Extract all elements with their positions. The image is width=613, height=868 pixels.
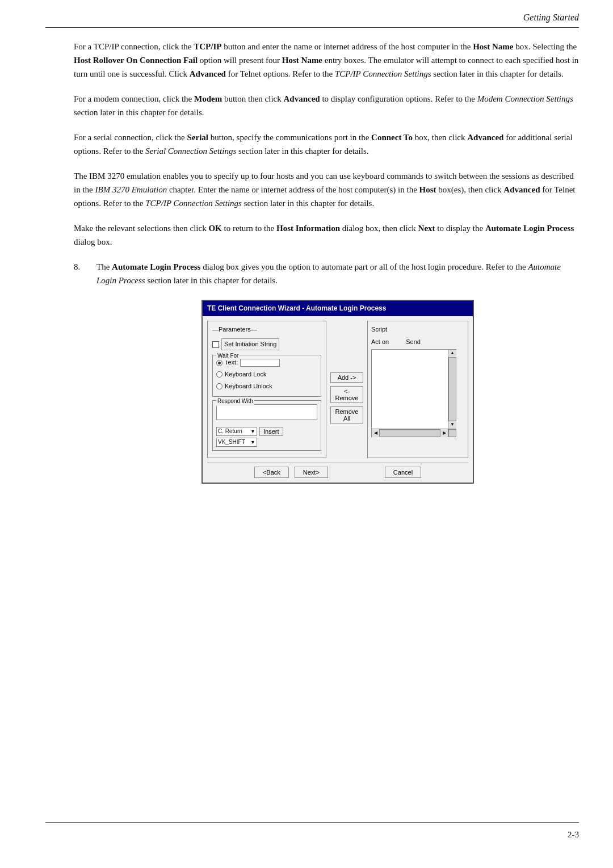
scroll-left-arrow[interactable]: ◀ [372,429,380,437]
wait-for-group: Wait For Text: [212,355,321,397]
respond-bottom-row: C. Return ▼ Insert [216,427,317,436]
dialog-wrapper: TE Client Connection Wizard - Automate L… [96,300,579,484]
text-radio[interactable] [216,360,222,366]
scroll-up-arrow[interactable]: ▲ [448,350,456,358]
header-rule [45,27,579,28]
dropdown-vk-shift[interactable]: VK_SHIFT ▼ [216,438,257,447]
respond-bottom-row2: VK_SHIFT ▼ [216,438,317,447]
dropdown1-arrow: ▼ [250,427,255,435]
remove-all-button[interactable]: Remove All [330,406,363,423]
dialog-footer-row: <Back Next> Cancel [207,463,468,478]
script-col2-label: Send [406,337,421,347]
back-button[interactable]: <Back [254,467,289,478]
insert-button[interactable]: Insert [259,427,283,436]
dropdown2-value: VK_SHIFT [218,438,245,447]
script-scrollbar-h[interactable]: ◀ ▶ [371,429,448,437]
page: Getting Started 2-3 For a TCP/IP connect… [0,0,613,868]
script-legend: Script [371,325,464,335]
keyboard-unlock-radio[interactable] [216,383,222,389]
dialog-body: —Parameters— Set Initiation String Wait … [203,316,473,483]
main-content: For a TCP/IP connection, click the TCP/I… [74,40,579,811]
set-init-checkbox[interactable] [212,341,219,348]
add-button[interactable]: Add -> [330,372,363,383]
respond-group: Respond With C. Return ▼ [212,400,321,451]
paragraph-4: The IBM 3270 emulation enables you to sp… [74,169,579,210]
keyboard-unlock-label: Keyboard Unlock [225,381,272,392]
list-number: 8. [74,260,96,484]
params-legend: —Parameters— [212,325,321,335]
next-button[interactable]: Next> [295,467,328,478]
script-scrollbar-v[interactable]: ▲ ▼ [448,349,456,429]
dialog-main-row: —Parameters— Set Initiation String Wait … [207,321,468,458]
paragraph-5: Make the relevant selections then click … [74,221,579,249]
paragraph-2: For a modem connection, click the Modem … [74,92,579,119]
respond-textarea[interactable] [216,404,317,420]
script-list-area[interactable] [371,349,448,429]
script-list-container: ▲ ▼ ◀ ▶ [371,349,456,437]
params-panel: —Parameters— Set Initiation String Wait … [207,321,326,458]
keyboard-lock-label: Keyboard Lock [225,370,266,380]
header-title: Getting Started [523,12,579,23]
wait-for-legend: Wait For [216,351,240,360]
keyboard-lock-row: Keyboard Lock [216,370,317,380]
set-init-row: Set Initiation String [212,338,321,351]
scroll-right-arrow[interactable]: ▶ [440,429,448,437]
dropdown-c-return[interactable]: C. Return ▼ [216,427,257,436]
set-init-label[interactable]: Set Initiation String [221,338,279,351]
scroll-down-arrow[interactable]: ▼ [448,421,456,429]
dialog-title: TE Client Connection Wizard - Automate L… [207,304,386,312]
cancel-button[interactable]: Cancel [385,467,421,478]
paragraph-3: For a serial connection, click the Seria… [74,131,579,158]
footer-rule [45,822,579,823]
text-input[interactable] [240,359,280,367]
middle-buttons: Add -> <- Remove Remove All [330,321,364,458]
script-header-row: Act on Send [371,337,464,347]
script-col1-label: Act on [371,337,389,347]
respond-with-legend: Respond With [216,397,254,406]
dialog-box: TE Client Connection Wizard - Automate L… [201,300,474,484]
scrollbar-corner [448,429,456,437]
list-content: The Automate Login Process dialog box gi… [96,260,579,484]
dropdown1-value: C. Return [218,427,242,436]
footer-page-number: 2-3 [568,830,579,840]
keyboard-unlock-row: Keyboard Unlock [216,381,317,392]
paragraph-1: For a TCP/IP connection, click the TCP/I… [74,40,579,81]
keyboard-lock-radio[interactable] [216,371,222,378]
list-item-8: 8. The Automate Login Process dialog box… [74,260,579,484]
script-panel: Script Act on Send [367,321,468,458]
dialog-titlebar: TE Client Connection Wizard - Automate L… [203,301,473,316]
dropdown2-arrow: ▼ [250,438,255,446]
remove-button[interactable]: <- Remove [330,386,363,403]
